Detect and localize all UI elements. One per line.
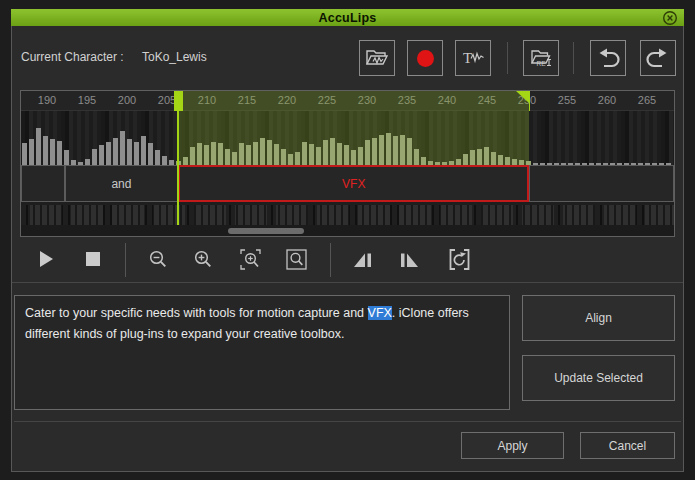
waveform-bar bbox=[141, 136, 146, 165]
waveform-bar bbox=[666, 163, 671, 165]
zoom-to-selection-icon bbox=[238, 247, 263, 272]
loop-playback-button[interactable] bbox=[446, 246, 473, 273]
cancel-button[interactable]: Cancel bbox=[580, 432, 675, 459]
waveform-bar bbox=[92, 149, 97, 165]
waveform-bar bbox=[71, 160, 76, 165]
timeline-scrollbar[interactable] bbox=[21, 225, 674, 236]
waveform-bar bbox=[246, 145, 251, 165]
redo-button[interactable] bbox=[640, 40, 676, 76]
waveform-bar bbox=[155, 150, 160, 165]
waveform-bar bbox=[197, 143, 202, 165]
align-left-button[interactable] bbox=[352, 250, 374, 270]
loop-icon bbox=[446, 246, 473, 273]
align-left-icon bbox=[352, 250, 374, 270]
waveform-bar bbox=[589, 163, 594, 165]
playhead[interactable] bbox=[177, 91, 179, 225]
waveform-bar bbox=[183, 157, 188, 165]
ruler-label: 195 bbox=[78, 94, 96, 106]
waveform-bar bbox=[267, 140, 272, 165]
scrollbar-thumb[interactable] bbox=[228, 228, 304, 234]
waveform-bar bbox=[85, 159, 90, 165]
acculips-dialog: AccuLips Current Character : ToKo_Lewis bbox=[0, 0, 695, 480]
word-cell-and[interactable]: and bbox=[65, 165, 179, 202]
waveform-bar bbox=[386, 133, 391, 165]
waveform-bar bbox=[43, 136, 48, 165]
waveform-bar bbox=[232, 152, 237, 165]
import-audio-icon bbox=[364, 45, 390, 71]
timeline-panel[interactable]: 1901952002052102152202252302352402452502… bbox=[20, 90, 675, 237]
record-icon bbox=[417, 50, 434, 67]
align-button[interactable]: Align bbox=[522, 295, 675, 341]
waveform-bar bbox=[302, 142, 307, 165]
zoom-in-icon bbox=[192, 248, 214, 270]
waveform-bar bbox=[470, 150, 475, 165]
waveform-bar bbox=[547, 163, 552, 165]
text-to-speech-icon: T bbox=[460, 45, 486, 71]
waveform-bar bbox=[106, 142, 111, 165]
waveform-bar bbox=[218, 143, 223, 165]
script-text-area[interactable]: Cater to your specific needs with tools … bbox=[14, 295, 510, 410]
import-audio-button[interactable] bbox=[359, 40, 395, 76]
waveform-bar bbox=[78, 162, 83, 165]
waveform-bar bbox=[316, 147, 321, 165]
waveform-bar bbox=[596, 163, 601, 165]
stop-button[interactable] bbox=[86, 252, 100, 266]
waveform-bar bbox=[463, 154, 468, 165]
script-text: Cater to your specific needs with tools … bbox=[25, 306, 368, 320]
import-text-button[interactable]: RE bbox=[523, 40, 559, 76]
viseme-track[interactable] bbox=[21, 205, 674, 225]
waveform-bar bbox=[330, 138, 335, 165]
ruler-label: 255 bbox=[558, 94, 576, 106]
waveform-bar bbox=[309, 144, 314, 165]
update-selected-button[interactable]: Update Selected bbox=[522, 355, 675, 401]
waveform-bar bbox=[344, 145, 349, 165]
current-character-label: Current Character : bbox=[21, 50, 124, 64]
waveform-bar bbox=[610, 163, 615, 165]
word-cell-empty[interactable] bbox=[21, 165, 64, 202]
waveform-bar bbox=[561, 163, 566, 165]
waveform-bar bbox=[519, 160, 524, 165]
waveform-bar bbox=[134, 142, 139, 165]
waveform-bar bbox=[617, 163, 622, 165]
toolbar-separator bbox=[573, 42, 574, 74]
apply-button-label: Apply bbox=[497, 439, 527, 453]
text-to-speech-button[interactable]: T bbox=[455, 40, 491, 76]
waveform-bar bbox=[540, 163, 545, 165]
zoom-in-button[interactable] bbox=[192, 248, 214, 270]
close-icon[interactable] bbox=[662, 10, 678, 26]
waveform-bar bbox=[225, 149, 230, 165]
waveform-bar bbox=[169, 160, 174, 165]
undo-button[interactable] bbox=[590, 40, 626, 76]
selection-end-marker[interactable] bbox=[516, 91, 529, 103]
align-right-icon bbox=[398, 250, 420, 270]
ruler-label: 190 bbox=[38, 94, 56, 106]
zoom-fit-button[interactable] bbox=[284, 247, 309, 272]
waveform-bar bbox=[57, 141, 62, 165]
zoom-out-icon bbox=[147, 248, 169, 270]
waveform-bar bbox=[575, 163, 580, 165]
script-selected-word[interactable]: VFX bbox=[368, 306, 392, 320]
waveform-bar bbox=[127, 139, 132, 165]
zoom-out-button[interactable] bbox=[147, 248, 169, 270]
zoom-to-selection-button[interactable] bbox=[238, 247, 263, 272]
waveform-bar bbox=[120, 131, 125, 165]
waveform-bar bbox=[456, 159, 461, 165]
waveform-bar bbox=[281, 149, 286, 165]
transport-bar bbox=[12, 238, 683, 283]
waveform-bar bbox=[491, 152, 496, 165]
record-button[interactable] bbox=[407, 40, 443, 76]
align-right-button[interactable] bbox=[398, 250, 420, 270]
title-bar: AccuLips bbox=[11, 9, 684, 26]
word-cell-empty[interactable] bbox=[529, 165, 674, 202]
waveform-bar bbox=[351, 150, 356, 165]
selection-start-marker[interactable] bbox=[174, 91, 183, 111]
transport-separator bbox=[330, 243, 331, 277]
play-button[interactable] bbox=[40, 251, 53, 267]
current-character-value: ToKo_Lewis bbox=[142, 50, 207, 64]
apply-button[interactable]: Apply bbox=[461, 432, 564, 459]
footer-divider bbox=[14, 421, 681, 422]
waveform-bar bbox=[36, 128, 41, 165]
word-cell-vfx[interactable]: VFX bbox=[178, 165, 529, 202]
waveform-bar bbox=[477, 149, 482, 165]
waveform-bar bbox=[211, 142, 216, 165]
